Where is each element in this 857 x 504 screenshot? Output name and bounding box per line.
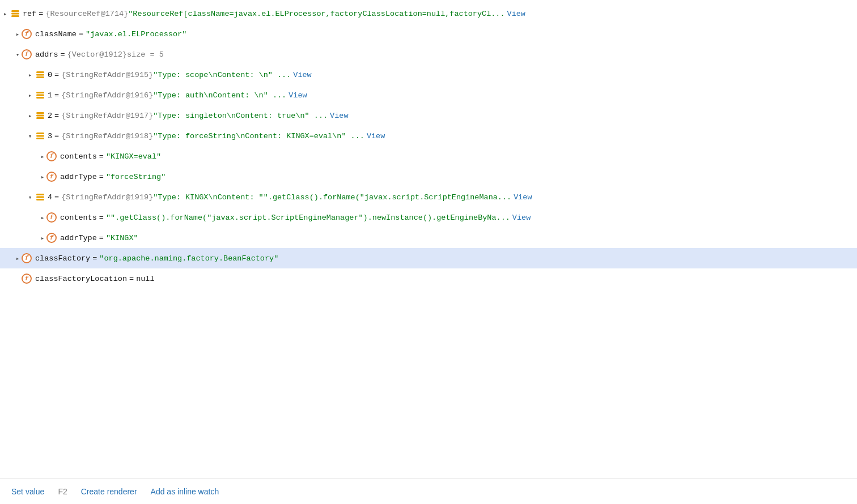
field-icon: f [48,233,58,243]
field-icon: f [48,172,58,182]
field-icon: f [48,151,58,161]
view-link[interactable]: View [330,112,348,120]
equals-sign: = [99,234,104,242]
property-value: "org.apache.naming.factory.BeanFactory" [99,254,278,263]
svg-rect-17 [36,199,44,200]
property-value: "KINGX=eval" [106,152,161,161]
ref-address: {ResourceRef@1714} [45,10,128,18]
svg-rect-11 [36,117,44,119]
property-key: className [35,30,77,39]
tree-row[interactable]: ▸faddrType = "KINGX" [0,228,857,248]
property-key: contents [60,213,97,222]
property-value: "Type: KINGX\nContent: "".getClass().for… [153,193,511,202]
set-value-button[interactable]: Set value [11,487,44,496]
field-icon: f [23,253,33,263]
ref-address: {StringRefAddr@1916} [61,91,153,100]
svg-rect-14 [36,138,44,139]
equals-sign: = [61,50,65,59]
svg-rect-13 [36,135,44,137]
property-key: addrs [35,50,58,59]
svg-rect-0 [11,10,19,12]
set-value-shortcut: F2 [58,487,67,496]
collapse-icon[interactable]: ▾ [25,192,35,202]
tree-row[interactable]: ▸fclassName = "javax.el.ELProcessor" [0,24,857,44]
equals-sign: = [54,193,59,202]
equals-sign: = [99,152,104,161]
equals-sign: = [79,30,83,39]
view-link[interactable]: View [507,10,525,18]
collapse-icon[interactable]: ▸ [25,90,35,100]
svg-rect-12 [36,133,44,134]
tree-row[interactable]: ▸faddrType = "forceString" [0,166,857,187]
property-key: 4 [48,193,52,202]
property-value: "KINGX" [106,234,138,242]
tree-row[interactable]: ▸fclassFactory = "org.apache.naming.fact… [0,248,857,268]
tree-row[interactable]: ▸0 = {StringRefAddr@1915} "Type: scope\n… [0,65,857,85]
property-key: classFactoryLocation [35,275,127,283]
field-icon: f [23,49,33,59]
ref-address: {StringRefAddr@1915} [61,71,153,79]
field-icon: f [48,212,58,223]
collapse-icon[interactable]: ▸ [25,70,35,80]
property-key: 1 [48,91,52,100]
collapse-icon[interactable]: ▸ [0,8,10,19]
property-value: "javax.el.ELProcessor" [86,30,186,39]
svg-rect-10 [36,115,44,117]
equals-sign: = [54,91,59,100]
view-link[interactable]: View [512,213,531,222]
ref-address: {Vector@1912} [67,50,127,59]
view-link[interactable]: View [514,193,532,202]
tree-row[interactable]: ▾3 = {StringRefAddr@1918} "Type: forceSt… [0,126,857,146]
tree-row[interactable]: ▸fcontents = "KINGX=eval" [0,146,857,166]
ref-address: {StringRefAddr@1917} [61,112,153,120]
property-value: "Type: singleton\nContent: true\n" ... [153,112,328,120]
property-key: 0 [48,71,52,79]
object-icon [35,131,45,141]
view-link[interactable]: View [289,91,307,100]
svg-rect-7 [36,95,44,96]
tree-row[interactable]: ▾faddrs = {Vector@1912} size = 5 [0,44,857,65]
object-icon [35,110,45,121]
object-icon [35,70,45,80]
size-text: size = 5 [127,50,164,59]
svg-rect-5 [36,76,44,78]
property-key: ref [23,10,36,18]
equals-sign: = [54,132,59,140]
property-key: addrType [60,173,97,181]
field-icon: f [23,29,33,39]
equals-sign: = [99,213,104,222]
svg-rect-15 [36,194,44,195]
create-renderer-button[interactable]: Create renderer [81,487,137,496]
equals-sign: = [99,173,104,181]
svg-rect-4 [36,74,44,76]
tree-row[interactable]: ▸2 = {StringRefAddr@1917} "Type: singlet… [0,105,857,126]
tree-row[interactable]: ▸fcontents = "".getClass().forName("java… [0,207,857,228]
view-link[interactable]: View [293,71,311,79]
view-link[interactable]: View [367,132,385,140]
ref-address: {StringRefAddr@1918} [61,132,153,140]
collapse-icon[interactable]: ▾ [25,131,35,141]
debug-tree: ▸ref = {ResourceRef@1714} "ResourceRef[c… [0,0,857,479]
tree-row[interactable]: ▸1 = {StringRefAddr@1916} "Type: auth\nC… [0,85,857,105]
property-value: null [136,275,154,283]
object-icon [35,90,45,100]
svg-rect-3 [36,71,44,73]
svg-rect-16 [36,197,44,198]
svg-rect-2 [11,15,19,17]
svg-rect-8 [36,97,44,99]
collapse-icon[interactable]: ▸ [25,110,35,121]
tree-row[interactable]: fclassFactoryLocation = null [0,268,857,289]
tree-row[interactable]: ▾4 = {StringRefAddr@1919} "Type: KINGX\n… [0,187,857,207]
property-value: "forceString" [106,173,166,181]
equals-sign: = [54,112,59,120]
property-key: contents [60,152,97,161]
property-value: "Type: scope\nContent: \n" ... [153,71,291,79]
bottom-toolbar: Set value F2 Create renderer Add as inli… [0,479,857,504]
tree-row[interactable]: ▸ref = {ResourceRef@1714} "ResourceRef[c… [0,3,857,24]
property-value: "Type: forceString\nContent: KINGX=eval\… [153,132,364,140]
add-inline-watch-button[interactable]: Add as inline watch [151,487,219,496]
svg-rect-9 [36,112,44,114]
object-icon [10,8,20,19]
property-value: "ResourceRef[className=javax.el.ELProces… [128,10,504,18]
property-value: "Type: auth\nContent: \n" ... [153,91,286,100]
